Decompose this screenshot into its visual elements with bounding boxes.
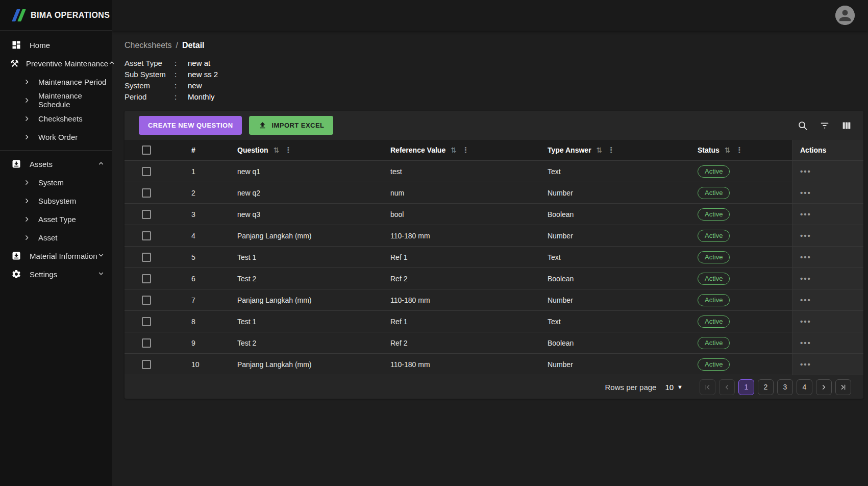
detail-row-period: Period : Monthly <box>125 91 863 103</box>
first-page-button[interactable] <box>700 379 715 395</box>
row-actions-button[interactable]: ••• <box>800 338 811 347</box>
row-actions-button[interactable]: ••• <box>800 317 811 326</box>
column-header-status[interactable]: Status <box>698 146 720 154</box>
row-checkbox[interactable] <box>142 253 151 262</box>
sort-icon[interactable]: ⇅ <box>597 146 603 154</box>
row-actions-button[interactable]: ••• <box>800 188 811 197</box>
page-button-4[interactable]: 4 <box>797 379 812 395</box>
sidebar-item-subsystem[interactable]: Subsystem <box>0 191 112 210</box>
sort-icon[interactable]: ⇅ <box>274 146 280 154</box>
column-header-type[interactable]: Type Answer <box>548 146 591 154</box>
table-row: 1 new q1 test Text Active ••• <box>125 160 863 182</box>
import-excel-button[interactable]: IMPORT EXCEL <box>249 116 333 135</box>
cell-reference: test <box>373 161 531 182</box>
status-badge: Active <box>698 187 730 199</box>
sort-icon[interactable]: ⇅ <box>725 146 731 154</box>
sidebar-subitem-label: Checksheets <box>38 114 83 123</box>
row-checkbox[interactable] <box>142 274 151 283</box>
sidebar-item-checksheets[interactable]: Checksheets <box>0 109 112 128</box>
sidebar-item-settings[interactable]: Settings <box>0 265 112 283</box>
table-header-row: # Question ⇅⋮ Reference Value ⇅⋮ Type An… <box>125 140 863 160</box>
rows-per-page-select[interactable]: 10 ▼ <box>665 383 683 392</box>
sidebar-item-maintenance-schedule[interactable]: Maintenance Schedule <box>0 91 112 109</box>
table-row: 3 new q3 bool Boolean Active ••• <box>125 203 863 225</box>
sort-icon[interactable]: ⇅ <box>451 146 457 154</box>
column-menu-icon[interactable]: ⋮ <box>462 145 469 155</box>
row-actions-button[interactable]: ••• <box>800 167 811 176</box>
row-actions-button[interactable]: ••• <box>800 231 811 240</box>
chevron-right-icon <box>23 234 30 241</box>
sidebar-item-system[interactable]: System <box>0 173 112 191</box>
asset-box-icon <box>10 158 22 170</box>
cell-reference: Ref 1 <box>373 247 531 268</box>
create-new-question-button[interactable]: CREATE NEW QUESTION <box>139 116 242 135</box>
previous-page-button[interactable] <box>719 379 735 395</box>
cell-reference: 110-180 mm <box>373 354 531 375</box>
sidebar-item-asset-type[interactable]: Asset Type <box>0 210 112 228</box>
sidebar-item-assets[interactable]: Assets <box>0 155 112 173</box>
detail-value: Monthly <box>188 91 215 103</box>
sidebar: BIMA OPERATIONS Home ⚒ Preventive Mainte… <box>0 0 112 486</box>
row-checkbox[interactable] <box>142 317 151 326</box>
column-menu-icon[interactable]: ⋮ <box>284 145 292 155</box>
tools-icon: ⚒ <box>10 57 19 69</box>
row-checkbox[interactable] <box>142 338 151 348</box>
search-icon[interactable] <box>796 119 809 132</box>
last-page-button[interactable] <box>835 379 851 395</box>
chevron-right-icon <box>23 115 30 122</box>
row-checkbox[interactable] <box>142 167 151 176</box>
row-actions-button[interactable]: ••• <box>800 210 811 218</box>
chevron-up-icon <box>97 160 105 168</box>
breadcrumb: Checksheets / Detail <box>125 41 863 50</box>
column-header-question[interactable]: Question <box>237 146 268 154</box>
user-avatar-button[interactable] <box>835 6 855 25</box>
detail-label: Sub System <box>125 69 175 80</box>
topbar <box>112 0 868 31</box>
cell-question: Panjang Langkah (mm) <box>219 289 373 310</box>
column-menu-icon[interactable]: ⋮ <box>607 145 615 155</box>
sidebar-item-home[interactable]: Home <box>0 36 112 54</box>
sidebar-item-work-order[interactable]: Work Order <box>0 128 112 146</box>
sidebar-item-preventive-maintenance[interactable]: ⚒ Preventive Maintenance <box>0 54 112 72</box>
detail-row-sub-system: Sub System : new ss 2 <box>125 69 863 80</box>
cell-num: 5 <box>173 247 219 268</box>
row-actions-button[interactable]: ••• <box>800 296 811 304</box>
status-badge: Active <box>698 358 730 371</box>
chevron-up-icon <box>108 59 115 68</box>
sidebar-item-material-information[interactable]: Material Information <box>0 247 112 265</box>
cell-question: new q2 <box>219 182 373 203</box>
sidebar-item-asset[interactable]: Asset <box>0 228 112 247</box>
row-actions-button[interactable]: ••• <box>800 274 811 283</box>
detail-colon: : <box>175 58 188 69</box>
gear-icon <box>10 268 22 280</box>
row-checkbox[interactable] <box>142 360 151 369</box>
page-button-2[interactable]: 2 <box>758 379 774 395</box>
cell-type: Text <box>531 311 684 332</box>
sidebar-item-maintenance-period[interactable]: Maintenance Period <box>0 72 112 91</box>
chevron-right-icon <box>23 97 30 104</box>
select-all-checkbox[interactable] <box>142 145 151 155</box>
row-checkbox[interactable] <box>142 188 151 198</box>
filter-icon[interactable] <box>818 119 831 132</box>
cell-question: Test 2 <box>219 268 373 289</box>
cell-question: Panjang Langkah (mm) <box>219 354 373 375</box>
row-checkbox[interactable] <box>142 296 151 305</box>
row-checkbox[interactable] <box>142 210 151 219</box>
questions-panel: CREATE NEW QUESTION IMPORT EXCEL <box>125 111 863 399</box>
row-checkbox[interactable] <box>142 231 151 240</box>
column-menu-icon[interactable]: ⋮ <box>736 145 743 155</box>
row-actions-button[interactable]: ••• <box>800 360 811 369</box>
next-page-button[interactable] <box>816 379 832 395</box>
columns-icon[interactable] <box>840 119 853 132</box>
caret-down-icon: ▼ <box>677 384 683 390</box>
column-header-reference[interactable]: Reference Value <box>390 146 445 154</box>
cell-type: Number <box>531 182 684 203</box>
page-button-1[interactable]: 1 <box>738 379 754 395</box>
breadcrumb-checksheets[interactable]: Checksheets <box>125 41 172 50</box>
cell-question: Test 2 <box>219 332 373 353</box>
chevron-right-icon <box>23 134 30 140</box>
detail-summary: Asset Type : new at Sub System : new ss … <box>125 58 863 103</box>
row-actions-button[interactable]: ••• <box>800 253 811 261</box>
brand-slashes-icon <box>14 9 23 21</box>
page-button-3[interactable]: 3 <box>777 379 793 395</box>
